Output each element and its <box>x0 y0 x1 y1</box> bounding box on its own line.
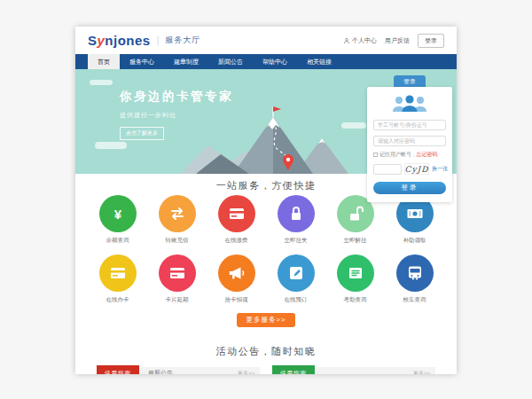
service-item[interactable]: 立即挂失 <box>277 195 316 245</box>
user-icon <box>343 37 350 44</box>
svg-text:¥: ¥ <box>113 207 121 222</box>
service-label: 在线预订 <box>277 296 316 304</box>
service-item[interactable]: 在线办卡 <box>98 254 137 304</box>
list-icon <box>337 254 374 292</box>
users-icon <box>373 93 446 114</box>
announcements-title: 活动公告，随时知晓 <box>75 345 457 358</box>
hero-title: 你身边的卡管专家 <box>120 89 233 105</box>
user-feedback-link[interactable]: 用户反馈 <box>385 36 410 45</box>
card-icon <box>159 254 196 292</box>
left-ribbon-tab[interactable]: 使用指南 <box>97 365 139 374</box>
nav-item[interactable]: 帮助中心 <box>253 54 297 69</box>
cloud-shape <box>90 80 113 85</box>
login-panel: 登录 记住用户帐号 | 忘记密码 <box>367 75 452 202</box>
left-more-link[interactable]: 更多>> <box>238 370 254 374</box>
services-row-1: ¥余额查询转账充值在线缴费立即挂失立即解挂补助领取 <box>75 195 457 245</box>
captcha-image[interactable]: CyJD <box>404 163 429 175</box>
captcha-input[interactable] <box>373 164 402 175</box>
nav-item[interactable]: 首页 <box>88 54 120 69</box>
hero-subtitle: 提供捷径一步到位 <box>120 111 233 120</box>
service-item[interactable]: 考勤查询 <box>336 254 375 304</box>
service-item[interactable]: 在线预订 <box>277 254 316 304</box>
login-tab[interactable]: 登录 <box>394 75 426 87</box>
announcements-right-panel: 使用指南 更多>> <box>272 367 435 374</box>
personal-center-link[interactable]: 个人中心 <box>343 36 377 45</box>
service-label: 立即挂失 <box>277 237 316 245</box>
header-login-button[interactable]: 登录 <box>418 34 444 48</box>
service-label: 补助领取 <box>395 237 434 245</box>
service-label: 在线办卡 <box>98 296 137 304</box>
header: Synjones | 服务大厅 个人中心 用户反馈 登录 <box>75 27 457 54</box>
password-input[interactable] <box>373 136 446 146</box>
transfer-icon <box>159 195 196 232</box>
service-label: 拾卡招领 <box>217 296 256 304</box>
service-item[interactable]: 校车查询 <box>395 254 434 304</box>
services-row-2: 在线办卡卡片延期拾卡招领在线预订考勤查询校车查询 <box>75 254 457 304</box>
login-submit-button[interactable]: 登录 <box>373 182 446 194</box>
site-name: 服务大厅 <box>165 35 200 46</box>
service-label: 在线缴费 <box>217 237 256 245</box>
service-label: 卡片延期 <box>158 296 197 304</box>
forgot-password-link[interactable]: 忘记密码 <box>417 151 438 159</box>
nav-item[interactable]: 相关链接 <box>297 54 341 69</box>
hero-cta-button[interactable]: 点击了解更多 <box>120 127 164 140</box>
latest-news-tab[interactable]: 最新公告 <box>148 369 173 374</box>
cloud-shape <box>95 142 127 149</box>
announcements-left-panel: 使用指南 最新公告 更多>> <box>97 367 260 374</box>
service-label: 校车查询 <box>395 296 434 304</box>
service-item[interactable]: 拾卡招领 <box>217 254 256 304</box>
lock-icon <box>278 195 315 232</box>
service-item[interactable]: ¥余额查询 <box>98 195 137 245</box>
service-label: 余额查询 <box>98 237 137 245</box>
announcements-section: 活动公告，随时知晓 使用指南 最新公告 更多>> 使用指南 更多>> <box>75 345 457 374</box>
yen-icon: ¥ <box>99 195 137 232</box>
service-item[interactable]: 补助领取 <box>395 195 434 245</box>
more-services-button[interactable]: 更多服务>> <box>237 313 296 327</box>
card-icon <box>99 254 137 292</box>
site-window: Synjones | 服务大厅 个人中心 用户反馈 登录 首页服务中心规章制度新… <box>75 27 457 374</box>
service-item[interactable]: 立即解挂 <box>336 195 375 245</box>
remember-label: 记住用户帐号 <box>379 151 411 159</box>
bus-icon <box>396 254 434 292</box>
service-item[interactable]: 在线缴费 <box>217 195 256 245</box>
service-label: 立即解挂 <box>336 237 375 245</box>
right-more-link[interactable]: 更多>> <box>413 370 430 374</box>
brand-logo[interactable]: Synjones <box>88 33 151 48</box>
nav-item[interactable]: 服务中心 <box>120 54 164 69</box>
right-ribbon-tab[interactable]: 使用指南 <box>272 365 315 374</box>
service-label: 转账充值 <box>158 237 197 245</box>
main-nav: 首页服务中心规章制度新闻公告帮助中心相关链接 <box>75 54 457 69</box>
remember-checkbox[interactable] <box>373 153 378 157</box>
megaphone-icon <box>218 254 255 292</box>
change-captcha-link[interactable]: 换一张 <box>432 165 448 173</box>
edit-icon <box>278 254 315 292</box>
divider: | <box>157 35 160 45</box>
nav-item[interactable]: 规章制度 <box>164 54 208 69</box>
card-icon <box>218 195 255 232</box>
service-item[interactable]: 卡片延期 <box>158 254 197 304</box>
service-label: 考勤查询 <box>336 296 375 304</box>
username-input[interactable] <box>373 120 446 130</box>
service-item[interactable]: 转账充值 <box>158 195 197 245</box>
nav-item[interactable]: 新闻公告 <box>208 54 253 69</box>
